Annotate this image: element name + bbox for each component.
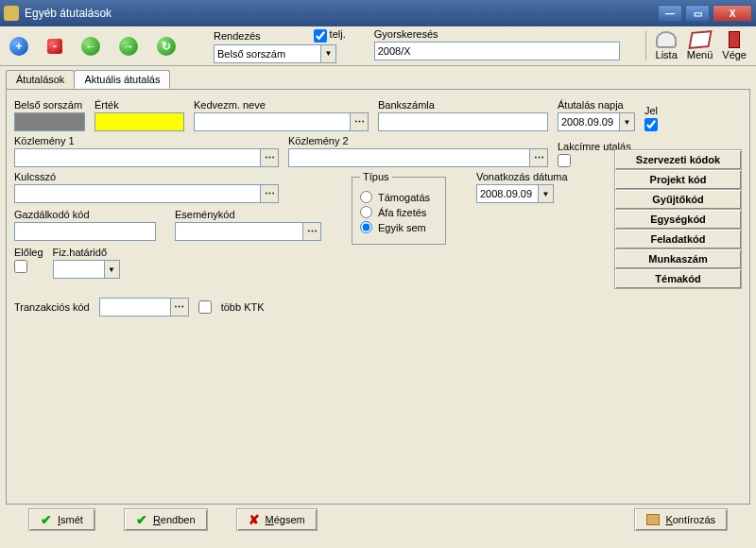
tipus-legend: Típus (360, 171, 392, 182)
rendezes-combo-arrow[interactable]: ▼ (321, 44, 336, 63)
tipus-tamogatas-radio[interactable] (360, 191, 372, 203)
toolbar: + - ← → ↻ Rendezés telj. ▼ Gyorskeresés (0, 26, 756, 66)
add-button[interactable]: + (9, 37, 28, 56)
menu-button[interactable]: Menü (687, 31, 713, 60)
projekt-kod-button[interactable]: Projekt kód (614, 169, 742, 190)
munkaszam-button[interactable]: Munkaszám (614, 248, 742, 269)
kozl2-label: Közlemény 2 (288, 135, 548, 146)
kulcs-input[interactable] (14, 184, 260, 203)
minimize-button[interactable]: — (658, 5, 682, 22)
x-icon: ✘ (249, 512, 260, 527)
gyors-label: Gyorskeresés (374, 28, 620, 40)
jel-label: Jel (644, 105, 658, 116)
feladatkod-button[interactable]: Feladatkód (614, 229, 742, 249)
vonat-input[interactable] (476, 184, 539, 203)
printer-icon (656, 31, 677, 48)
maximize-button[interactable]: ▭ (685, 5, 710, 22)
delete-button[interactable]: - (47, 39, 62, 54)
toolbar-right: Lista Menü Vége (645, 31, 747, 60)
bank-input[interactable] (378, 112, 548, 131)
tranz-lookup-button[interactable]: ⋯ (170, 298, 189, 317)
kozl1-label: Közlemény 1 (14, 135, 279, 146)
rendben-button[interactable]: ✔ Rendben (124, 508, 208, 531)
tipus-afa-radio[interactable] (360, 206, 372, 218)
form-panel: Belső sorszám Érték Kedvezm. neve ⋯ Bank… (6, 89, 750, 505)
kozl2-input[interactable] (288, 148, 529, 167)
vege-button[interactable]: Vége (722, 31, 747, 60)
window-buttons: — ▭ X (658, 5, 752, 22)
kulcs-lookup-button[interactable]: ⋯ (260, 184, 279, 203)
kedv-input[interactable] (194, 112, 350, 131)
rendezes-label: Rendezés (214, 30, 261, 42)
eloleg-label: Előleg (14, 247, 43, 258)
esem-label: Eseménykód (175, 209, 321, 220)
kozl1-lookup-button[interactable]: ⋯ (260, 148, 279, 167)
tipus-egyiksem-radio[interactable] (360, 221, 372, 233)
lista-button[interactable]: Lista (656, 31, 678, 60)
tipus-group: Típus Támogatás Áfa fizetés Egyik sem (352, 171, 446, 245)
back-button[interactable]: ← (81, 37, 100, 56)
fizhat-input[interactable] (53, 260, 105, 279)
gazd-input[interactable] (14, 222, 156, 241)
kozl1-input[interactable] (14, 148, 260, 167)
window-title: Egyéb átutalások (25, 7, 658, 20)
kontirozas-button[interactable]: Kontírozás (634, 508, 728, 531)
kedv-label: Kedvezm. neve (194, 99, 369, 111)
belso-input[interactable] (14, 112, 85, 131)
rendezes-combo[interactable] (214, 44, 321, 63)
close-button[interactable]: X (713, 5, 752, 22)
ertek-input[interactable] (94, 112, 184, 131)
side-buttons: Szervezeti kódok Projekt kód Gyűjtőkód E… (614, 150, 742, 289)
titlebar: Egyéb átutalások — ▭ X (0, 0, 756, 26)
tranz-input[interactable] (99, 298, 170, 317)
egysegkod-button[interactable]: Egységkód (614, 209, 742, 230)
kulcs-label: Kulcsszó (14, 171, 321, 182)
telj-label: telj. (330, 28, 346, 40)
telj-checkbox[interactable] (314, 29, 327, 43)
kozl2-lookup-button[interactable]: ⋯ (529, 148, 548, 167)
tobbktk-checkbox[interactable] (198, 300, 212, 314)
vonat-combo-arrow[interactable]: ▼ (539, 184, 554, 203)
ertek-label: Érték (94, 99, 184, 111)
kedv-lookup-button[interactable]: ⋯ (350, 112, 369, 131)
menu-icon (688, 30, 712, 49)
lakcimre-checkbox[interactable] (558, 154, 571, 167)
napja-combo-arrow[interactable]: ▼ (620, 112, 635, 131)
belso-label: Belső sorszám (14, 99, 85, 111)
tabs: Átutalások Aktuális átutalás (6, 70, 750, 89)
sort-area: Rendezés telj. ▼ (214, 28, 346, 62)
vonat-label: Vonatkozás dátuma (476, 171, 568, 182)
fizhat-label: Fiz.határidő (53, 247, 120, 258)
bottom-bar: ✔ Ismét ✔ Rendben ✘ Mégsem Kontírozás (28, 508, 728, 531)
tab-aktualis[interactable]: Aktuális átutalás (74, 70, 170, 89)
fizhat-combo-arrow[interactable]: ▼ (105, 260, 120, 279)
jel-checkbox[interactable] (644, 118, 658, 131)
bank-label: Bankszámla (378, 99, 548, 111)
gyors-input[interactable] (374, 42, 620, 60)
app-icon (4, 6, 19, 21)
temakod-button[interactable]: Témakód (614, 268, 742, 289)
tranz-label: Tranzakciós kód (14, 301, 90, 313)
book-icon (646, 514, 660, 525)
napja-input[interactable] (558, 112, 620, 131)
check-icon: ✔ (41, 512, 52, 527)
tab-atutalasok[interactable]: Átutalások (6, 70, 75, 89)
exit-icon (729, 31, 740, 48)
refresh-button[interactable]: ↻ (157, 37, 176, 56)
tobbktk-label: több KTK (221, 301, 265, 313)
napja-label: Átutalás napja (558, 99, 635, 111)
megsem-button[interactable]: ✘ Mégsem (236, 508, 318, 531)
check-icon: ✔ (136, 512, 147, 527)
gazd-label: Gazdálkodó kód (14, 209, 156, 220)
szervezeti-kodok-button[interactable]: Szervezeti kódok (614, 149, 742, 170)
eloleg-checkbox[interactable] (14, 260, 27, 273)
gyujtokod-button[interactable]: Gyűjtőkód (614, 189, 742, 210)
ismet-button[interactable]: ✔ Ismét (28, 508, 95, 531)
esem-lookup-button[interactable]: ⋯ (302, 222, 321, 241)
forward-button[interactable]: → (119, 37, 138, 56)
esem-input[interactable] (175, 222, 302, 241)
